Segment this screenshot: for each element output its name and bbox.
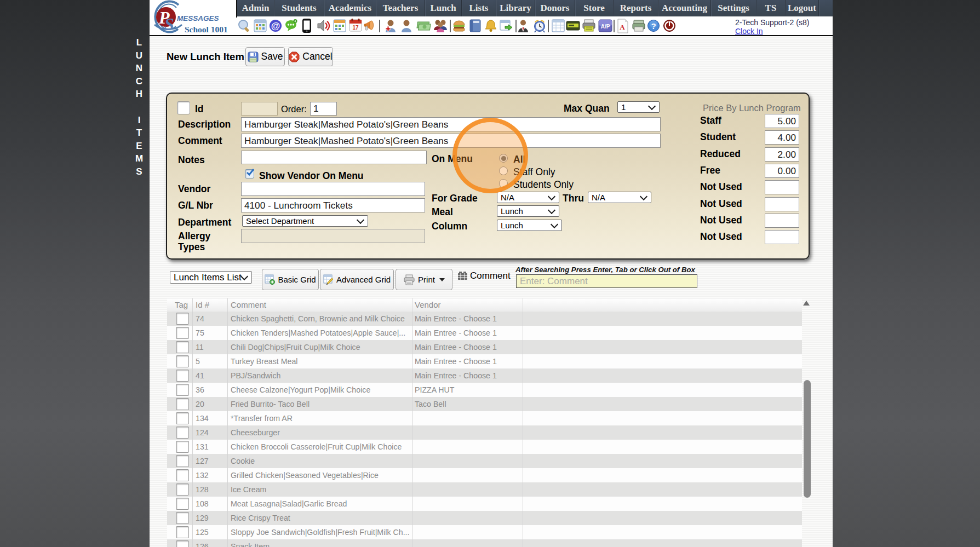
svg-text:A/P: A/P — [601, 24, 610, 30]
svg-text:School 1001: School 1001 — [185, 25, 228, 34]
svg-text:A: A — [620, 23, 625, 31]
svg-text:@: @ — [271, 21, 280, 31]
svg-text:17: 17 — [352, 25, 359, 31]
svg-text:S: S — [164, 14, 174, 34]
svg-text:MESSAGES: MESSAGES — [177, 14, 219, 22]
svg-text:?: ? — [651, 21, 656, 31]
